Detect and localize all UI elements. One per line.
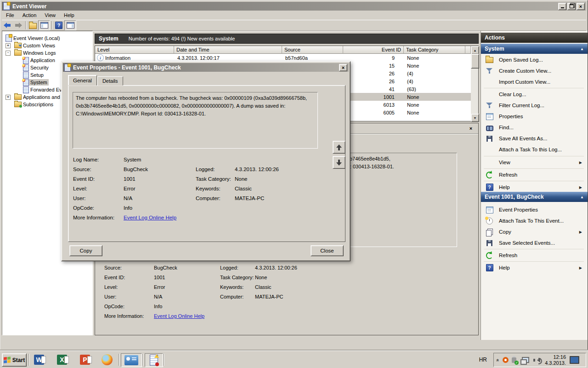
toolbar-separator [25,21,26,29]
restore-button[interactable] [567,3,576,10]
volume-icon[interactable] [535,358,540,362]
action-properties[interactable]: Properties [481,111,587,121]
language-indicator[interactable]: HR [475,353,491,366]
minimize-button[interactable] [558,3,566,10]
tree-item-windows-logs[interactable]: - Windows Logs [14,49,57,57]
action-clear-log[interactable]: Clear Log... [481,89,587,99]
menu-view[interactable]: View [40,11,60,19]
usb-icon[interactable] [512,357,516,363]
show-desktop-icon[interactable] [570,356,579,364]
tree-item-application[interactable]: Application [23,57,57,64]
action-copy[interactable]: Copy ▶ [481,227,587,237]
action-view[interactable]: View ▶ [481,157,587,167]
event-row[interactable]: i Information 4.3.2013. 12:00:17 b57nd60… [95,54,471,62]
expand-icon[interactable]: + [6,95,11,100]
column-header-source[interactable]: Source [282,46,343,54]
setup-log-icon [23,72,29,79]
column-header-event-id[interactable]: Event ID [343,46,404,54]
menu-file[interactable]: File [2,11,18,19]
action-import-custom-view[interactable]: Import Custom View... [481,77,587,87]
dialog-titlebar[interactable]: Event Properties - Event 1001, BugCheck … [63,63,349,72]
field-label: Task Category: [196,176,231,182]
action-open-saved-log[interactable]: Open Saved Log... [481,55,587,65]
agent-icon[interactable] [503,357,509,363]
column-header-level[interactable]: Level [95,46,174,54]
powerpoint-shortcut[interactable]: P [79,354,91,366]
action-filter-current-log[interactable]: Filter Current Log... [481,100,587,110]
excel-shortcut[interactable]: X [56,354,68,366]
forward-button[interactable] [13,21,24,30]
action-pane-toggle-button[interactable] [64,20,76,30]
tab-details[interactable]: Details [97,76,123,86]
action-help-event[interactable]: ? Help ▶ [481,263,587,273]
tree-item-custom-views[interactable]: + Custom Views [14,42,57,49]
action-save-all-events-as[interactable]: Save All Events As... [481,133,587,144]
log-header-bar: System Number of events: 494 (!) New eve… [95,34,479,44]
firefox-icon [102,354,113,365]
back-button[interactable] [2,21,13,30]
field-value: N/A [154,294,162,299]
field-value: Classic [235,186,252,191]
collapse-chevron-icon[interactable]: ▲ [580,47,584,51]
help-button[interactable]: ? [53,21,64,30]
event-log-online-help-link[interactable]: Event Log Online Help [154,313,204,319]
scroll-down-button[interactable]: ▼ [471,114,479,122]
tree-item-event-viewer-local[interactable]: Event Viewer (Local) [6,34,61,42]
back-icon [4,23,11,28]
arrow-up-icon [336,144,342,150]
firefox-shortcut[interactable] [101,354,113,366]
action-refresh-event[interactable]: Refresh [481,250,587,260]
copy-button[interactable]: Copy [69,245,102,256]
export-list-button[interactable] [27,21,38,30]
word-shortcut[interactable]: W [33,354,45,366]
scroll-thumb[interactable] [471,54,479,69]
action-event-properties[interactable]: Event Properties [481,205,587,215]
field-label: Task Category: [220,275,254,280]
taskbar-event-viewer-button[interactable] [145,353,163,367]
dialog-close-button-bottom[interactable]: Close [311,245,344,256]
event-log-online-help-link[interactable]: Event Log Online Help [124,215,176,220]
clock[interactable]: 12:16 4.3.2013. [545,354,566,366]
collapse-chevron-icon[interactable]: « [497,357,499,363]
preview-close-button[interactable]: × [467,125,475,132]
tree-item-subscriptions[interactable]: Subscriptions [14,101,55,108]
tree-item-security[interactable]: Security [23,64,50,71]
list-scrollbar[interactable]: ▲ ▼ [471,46,478,121]
start-button[interactable]: Start [2,353,27,367]
next-event-button[interactable] [333,156,345,169]
action-create-custom-view[interactable]: Create Custom View... [481,66,587,76]
action-save-selected-events[interactable]: Save Selected Events... [481,238,587,248]
field-value: Error [124,186,136,191]
tree-item-system[interactable]: System [23,79,49,86]
action-attach-task-to-event[interactable]: Attach Task To This Event... [481,216,587,226]
action-refresh[interactable]: Refresh [481,170,587,180]
column-header-date[interactable]: Date and Time [174,46,282,54]
arrow-down-icon [336,160,342,166]
menu-help[interactable]: Help [60,11,79,19]
field-value: Error [154,284,165,290]
forward-icon [15,23,22,28]
actions-section-event[interactable]: Event 1001, BugCheck ▲ [481,192,588,202]
close-button[interactable]: × [577,3,585,10]
action-find[interactable]: Find... [481,122,587,132]
field-label: Source: [73,167,91,172]
actions-section-system[interactable]: System ▲ [481,44,588,54]
dialog-close-button[interactable]: × [339,64,347,71]
taskbar-app-button[interactable] [121,353,142,367]
console-tree-toggle-button[interactable] [38,20,50,30]
previous-event-button[interactable] [333,141,345,154]
column-header-task-category[interactable]: Task Category [404,46,465,54]
collapse-icon[interactable]: - [6,51,11,56]
action-attach-task-to-log[interactable]: Attach a Task To this Log... [481,144,587,155]
menu-action[interactable]: Action [18,11,41,19]
window-titlebar[interactable]: Event Viewer × [2,2,586,11]
tab-general[interactable]: General [68,75,97,86]
submenu-arrow-icon: ▶ [579,185,582,190]
tree-item-setup[interactable]: Setup [23,71,45,79]
collapse-chevron-icon[interactable]: ▲ [580,195,584,199]
scroll-up-button[interactable]: ▲ [471,46,479,54]
expand-icon[interactable]: + [6,43,11,48]
network-icon[interactable] [522,357,529,363]
action-help[interactable]: ? Help ▶ [481,182,587,192]
field-value: MATEJA-PC [255,294,283,299]
